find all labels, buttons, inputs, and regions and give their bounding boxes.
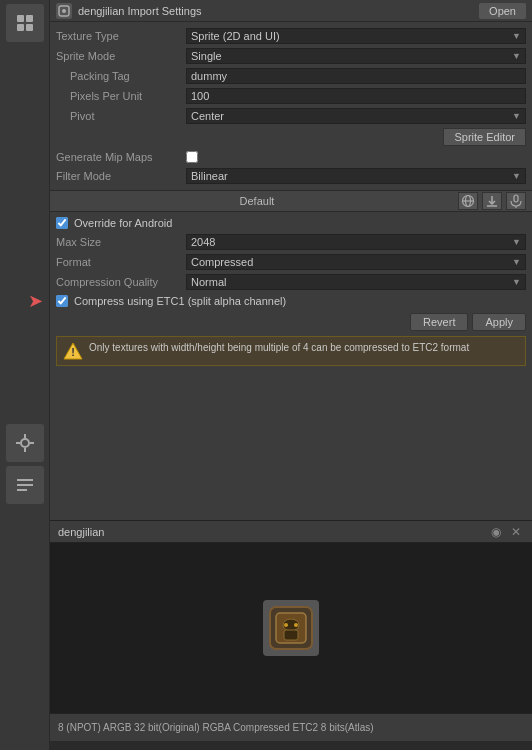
compression-quality-arrow: ▼: [512, 277, 521, 287]
preview-canvas: [50, 543, 532, 713]
generate-mip-maps-row: Generate Mip Maps: [50, 148, 532, 166]
format-label: Format: [56, 256, 186, 268]
platform-icons: [458, 192, 526, 210]
pixels-per-unit-label: Pixels Per Unit: [56, 90, 186, 102]
max-size-dropdown[interactable]: 2048 ▼: [186, 234, 526, 250]
sprite-mode-label: Sprite Mode: [56, 50, 186, 62]
texture-type-arrow: ▼: [512, 31, 521, 41]
override-android-row: Override for Android: [50, 214, 532, 232]
format-value: Compressed: [191, 256, 253, 268]
warning-box: ! Only textures with width/height being …: [56, 336, 526, 366]
packing-tag-row: Packing Tag dummy: [50, 66, 532, 86]
title-bar: dengjilian Import Settings Open: [50, 0, 532, 22]
max-size-value: 2048: [191, 236, 215, 248]
platform-label: Default: [56, 195, 458, 207]
preview-title-bar: dengjilian ◉ ✕: [50, 521, 532, 543]
apply-button[interactable]: Apply: [472, 313, 526, 331]
texture-type-row: Texture Type Sprite (2D and UI) ▼: [50, 26, 532, 46]
filter-mode-arrow: ▼: [512, 171, 521, 181]
sprite-mode-dropdown[interactable]: Single ▼: [186, 48, 526, 64]
platform-bar: Default: [50, 190, 532, 212]
preview-icons: ◉ ✕: [488, 524, 524, 540]
status-text: 8 (NPOT) ARGB 32 bit(Original) RGBA Comp…: [58, 722, 374, 733]
svg-text:!: !: [71, 346, 75, 358]
action-buttons-row: Revert Apply: [50, 310, 532, 334]
svg-point-4: [21, 439, 29, 447]
svg-rect-3: [26, 24, 33, 31]
preview-section: dengjilian ◉ ✕ 8 (NPOT) ARGB 3: [50, 520, 532, 750]
inspector-panel: Texture Type Sprite (2D and UI) ▼ Sprite…: [50, 22, 532, 372]
pivot-row: Pivot Center ▼: [50, 106, 532, 126]
sprite-mode-row: Sprite Mode Single ▼: [50, 46, 532, 66]
main-content: dengjilian Import Settings Open Texture …: [50, 0, 532, 750]
override-android-checkbox[interactable]: [56, 217, 68, 229]
pivot-dropdown[interactable]: Center ▼: [186, 108, 526, 124]
svg-rect-9: [17, 479, 33, 481]
svg-rect-10: [17, 484, 33, 486]
compression-quality-dropdown[interactable]: Normal ▼: [186, 274, 526, 290]
pivot-arrow: ▼: [512, 111, 521, 121]
left-sidebar: [0, 0, 50, 750]
sidebar-icon-3[interactable]: [6, 466, 44, 504]
max-size-arrow: ▼: [512, 237, 521, 247]
preview-title: dengjilian: [58, 526, 488, 538]
generate-mip-maps-checkbox[interactable]: [186, 151, 198, 163]
format-row: Format Compressed ▼: [50, 252, 532, 272]
title-bar-icon: [56, 3, 72, 19]
pixels-per-unit-row: Pixels Per Unit 100: [50, 86, 532, 106]
filter-mode-dropdown[interactable]: Bilinear ▼: [186, 168, 526, 184]
svg-point-26: [284, 623, 288, 627]
sprite-mode-arrow: ▼: [512, 51, 521, 61]
sidebar-icon-1[interactable]: [6, 4, 44, 42]
svg-rect-25: [284, 630, 298, 640]
compression-quality-label: Compression Quality: [56, 276, 186, 288]
svg-rect-11: [17, 489, 27, 491]
sprite-editor-row: Sprite Editor: [50, 126, 532, 148]
arrow-indicator: ➤: [28, 290, 43, 312]
pivot-label: Pivot: [56, 110, 186, 122]
format-dropdown[interactable]: Compressed ▼: [186, 254, 526, 270]
compress-etc1-row: ➤ Compress using ETC1 (split alpha chann…: [50, 292, 532, 310]
preview-close-icon[interactable]: ✕: [508, 524, 524, 540]
compression-quality-value: Normal: [191, 276, 226, 288]
open-button[interactable]: Open: [479, 3, 526, 19]
override-android-label: Override for Android: [74, 217, 172, 229]
preview-expand-icon[interactable]: ◉: [488, 524, 504, 540]
platform-globe-button[interactable]: [458, 192, 478, 210]
generate-mip-maps-label: Generate Mip Maps: [56, 151, 186, 163]
warning-icon: !: [63, 341, 83, 361]
compression-quality-row: Compression Quality Normal ▼: [50, 272, 532, 292]
svg-rect-1: [26, 15, 33, 22]
revert-button[interactable]: Revert: [410, 313, 468, 331]
format-arrow: ▼: [512, 257, 521, 267]
filter-mode-label: Filter Mode: [56, 170, 186, 182]
max-size-row: Max Size 2048 ▼: [50, 232, 532, 252]
warning-text: Only textures with width/height being mu…: [89, 341, 469, 355]
preview-status-bar: 8 (NPOT) ARGB 32 bit(Original) RGBA Comp…: [50, 713, 532, 741]
packing-tag-value[interactable]: dummy: [186, 68, 526, 84]
pixels-per-unit-value[interactable]: 100: [186, 88, 526, 104]
max-size-label: Max Size: [56, 236, 186, 248]
texture-type-value: Sprite (2D and UI): [191, 30, 280, 42]
svg-rect-0: [17, 15, 24, 22]
sprite-editor-button[interactable]: Sprite Editor: [443, 128, 526, 146]
compress-etc1-label: Compress using ETC1 (split alpha channel…: [74, 295, 286, 307]
sidebar-icon-2[interactable]: [6, 424, 44, 462]
sprite-mode-value: Single: [191, 50, 222, 62]
window-title: dengjilian Import Settings: [78, 5, 479, 17]
platform-download-button[interactable]: [482, 192, 502, 210]
pivot-value: Center: [191, 110, 224, 122]
filter-mode-row: Filter Mode Bilinear ▼: [50, 166, 532, 186]
svg-point-27: [294, 623, 298, 627]
preview-sprite: [263, 600, 319, 656]
texture-type-label: Texture Type: [56, 30, 186, 42]
filter-mode-value: Bilinear: [191, 170, 228, 182]
texture-type-dropdown[interactable]: Sprite (2D and UI) ▼: [186, 28, 526, 44]
svg-rect-18: [514, 195, 518, 202]
packing-tag-label: Packing Tag: [56, 70, 186, 82]
compress-etc1-checkbox[interactable]: [56, 295, 68, 307]
svg-point-13: [62, 9, 66, 13]
svg-rect-2: [17, 24, 24, 31]
platform-mic-button[interactable]: [506, 192, 526, 210]
